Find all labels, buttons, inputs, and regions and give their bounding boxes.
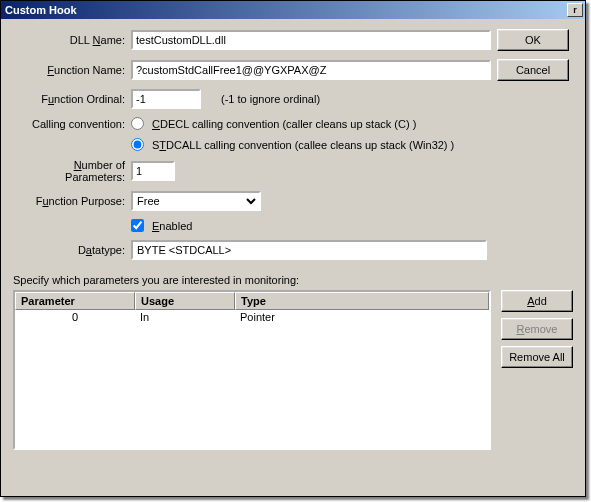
col-parameter[interactable]: Parameter <box>15 292 135 310</box>
parameters-table[interactable]: Parameter Usage Type 0 In Pointer <box>13 290 491 450</box>
remove-all-button[interactable]: Remove All <box>501 346 573 368</box>
table-row[interactable]: 0 In Pointer <box>15 310 489 324</box>
function-ordinal-label: Function Ordinal: <box>13 93 125 105</box>
window-title: Custom Hook <box>5 4 567 16</box>
specify-label: Specify which parameters you are interes… <box>13 274 573 286</box>
col-usage[interactable]: Usage <box>135 292 235 310</box>
titlebar: Custom Hook r <box>1 1 585 19</box>
num-params-input[interactable] <box>131 161 175 181</box>
cdecl-radio-label: CDECL calling convention (caller cleans … <box>152 118 416 130</box>
remove-button[interactable]: Remove <box>501 318 573 340</box>
function-purpose-select[interactable]: Free <box>131 191 261 211</box>
calling-convention-label: Calling convention: <box>13 118 125 130</box>
dll-name-label: DLL Name: <box>13 34 125 46</box>
function-name-label: Function Name: <box>13 64 125 76</box>
num-params-label: Number of Parameters: <box>13 159 125 183</box>
add-button[interactable]: Add <box>501 290 573 312</box>
function-name-input[interactable] <box>131 60 491 80</box>
function-ordinal-input[interactable] <box>131 89 201 109</box>
function-purpose-label: Function Purpose: <box>13 195 125 207</box>
enabled-checkbox[interactable] <box>131 219 144 232</box>
cdecl-radio[interactable] <box>131 117 144 130</box>
cell-type: Pointer <box>235 310 489 324</box>
col-type[interactable]: Type <box>235 292 489 310</box>
cell-usage: In <box>135 310 235 324</box>
datatype-value: BYTE <STDCALL> <box>131 240 487 260</box>
datatype-label: Datatype: <box>13 244 125 256</box>
custom-hook-dialog: Custom Hook r DLL Name: OK Function Name… <box>0 0 586 497</box>
enabled-label: Enabled <box>152 220 192 232</box>
ok-button[interactable]: OK <box>497 29 569 51</box>
cancel-button[interactable]: Cancel <box>497 59 569 81</box>
dll-name-input[interactable] <box>131 30 491 50</box>
cell-parameter: 0 <box>15 310 135 324</box>
stdcall-radio-label: STDCALL calling convention (callee clean… <box>152 139 454 151</box>
close-icon[interactable]: r <box>567 3 583 17</box>
ordinal-hint: (-1 to ignore ordinal) <box>221 93 320 105</box>
stdcall-radio[interactable] <box>131 138 144 151</box>
